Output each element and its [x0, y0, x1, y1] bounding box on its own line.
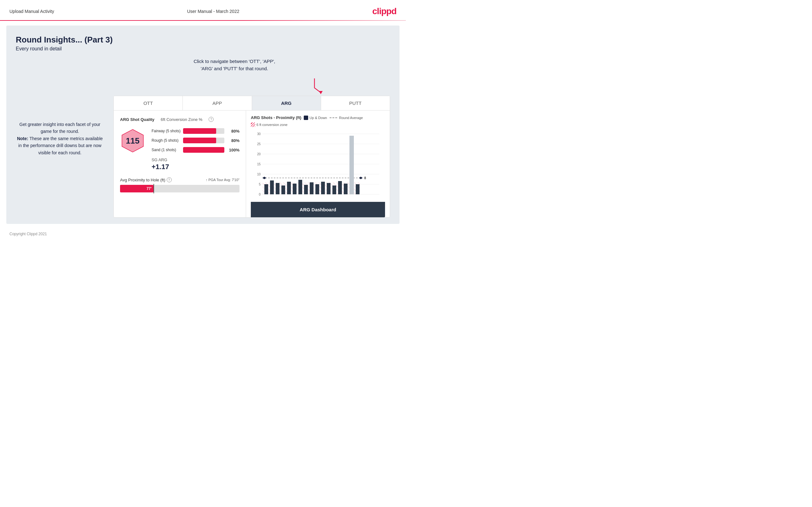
sand-bar [183, 147, 224, 153]
svg-rect-31 [315, 184, 319, 194]
proximity-header: Avg Proximity to Hole (ft) ? ↑ PGA Tour … [120, 177, 240, 182]
help-icon[interactable]: ? [209, 117, 214, 122]
proximity-section: Avg Proximity to Hole (ft) ? ↑ PGA Tour … [120, 177, 240, 192]
svg-text:30: 30 [257, 132, 261, 136]
legend-updown-label: Up & Down [309, 116, 327, 120]
svg-rect-27 [293, 184, 297, 194]
legend-dashed-line [329, 117, 337, 118]
logo: clippd [372, 6, 396, 16]
proximity-value: 77' [147, 186, 152, 191]
legend-conversion-label: 6 ft conversion zone [256, 123, 287, 127]
svg-rect-37 [349, 136, 354, 194]
sg-label: SG ARG [152, 158, 240, 162]
navigation-arrow [311, 75, 330, 94]
svg-rect-35 [338, 181, 342, 194]
chart-title: ARG Shots - Proximity (ft) [251, 115, 301, 120]
proximity-cursor [153, 184, 154, 193]
click-annotation: Click to navigate between 'OTT', 'APP','… [79, 58, 390, 72]
svg-text:0: 0 [259, 193, 261, 196]
svg-text:20: 20 [257, 153, 261, 156]
panel-body: ARG Shot Quality 6ft Conversion Zone % ?… [114, 111, 390, 217]
footer: Copyright Clippd 2021 [0, 229, 406, 239]
svg-marker-17 [262, 177, 266, 179]
arrow-container [16, 75, 330, 94]
main-content: Round Insights... (Part 3) Every round i… [6, 25, 400, 224]
proximity-bar-fill: 77' [120, 185, 153, 192]
note-label: Note: [17, 136, 29, 141]
legend-updown-box [304, 116, 308, 120]
svg-rect-23 [270, 180, 274, 194]
svg-rect-25 [282, 185, 285, 194]
sand-pct: 100% [227, 148, 240, 153]
insight-main-text: Get greater insight into each facet of y… [19, 122, 101, 134]
svg-rect-29 [304, 185, 308, 194]
shot-row-sand: Sand (1 shots) 100% [152, 147, 240, 153]
svg-rect-33 [327, 183, 331, 194]
svg-text:15: 15 [257, 163, 261, 166]
sg-section: SG ARG +1.17 [152, 158, 240, 171]
pga-label: ↑ PGA Tour Avg: 7'10" [206, 178, 240, 182]
tabs: OTT APP ARG PUTT [114, 96, 390, 111]
proximity-label: Avg Proximity to Hole (ft) ? [120, 177, 172, 182]
shot-row-rough: Rough (5 shots) 80% [152, 137, 240, 143]
legend-roundavg: Round Average [329, 116, 363, 120]
hex-and-bars: 115 Fairway (5 shots) 80% [120, 128, 240, 171]
fairway-label: Fairway (5 shots) [152, 129, 183, 133]
svg-rect-30 [310, 182, 313, 194]
sg-value: +1.17 [152, 163, 240, 171]
svg-text:10: 10 [257, 173, 261, 176]
panel-left: ARG Shot Quality 6ft Conversion Zone % ?… [114, 111, 246, 217]
proximity-help-icon[interactable]: ? [167, 177, 172, 182]
panel-right: ARG Shots - Proximity (ft) Up & Down Rou… [246, 111, 390, 217]
proximity-bar-container: 77' [120, 185, 240, 192]
chart-header: ARG Shots - Proximity (ft) Up & Down Rou… [251, 115, 385, 127]
svg-rect-34 [333, 185, 336, 194]
legend-conversion: 6 ft conversion zone [251, 122, 287, 127]
svg-rect-36 [344, 184, 348, 194]
fairway-bar-fill [183, 128, 216, 134]
copyright-text: Copyright Clippd 2021 [9, 232, 47, 236]
arg-dashboard-button[interactable]: ARG Dashboard [251, 202, 385, 217]
hex-badge: 115 [120, 128, 145, 153]
shot-rows: Fairway (5 shots) 80% Rough (5 shots) [152, 128, 240, 153]
svg-rect-26 [287, 182, 291, 194]
proximity-label-text: Avg Proximity to Hole (ft) [120, 178, 165, 182]
rough-bar-fill [183, 137, 216, 143]
svg-text:8: 8 [364, 176, 366, 180]
legend-conversion-box [251, 122, 255, 127]
fairway-bar [183, 128, 224, 134]
arg-chart: 30 25 20 15 10 5 0 [251, 129, 385, 199]
sand-bar-fill [183, 147, 224, 153]
hex-number: 115 [126, 136, 139, 146]
tab-putt[interactable]: PUTT [321, 96, 390, 110]
svg-rect-38 [356, 184, 359, 194]
svg-text:25: 25 [257, 142, 261, 146]
hexagon: 115 [120, 128, 145, 153]
tab-app[interactable]: APP [183, 96, 252, 110]
page-title: Round Insights... (Part 3) [16, 35, 390, 45]
svg-marker-0 [319, 91, 323, 94]
rough-pct: 80% [227, 138, 240, 143]
tab-ott[interactable]: OTT [114, 96, 183, 110]
svg-rect-28 [298, 180, 302, 194]
upload-manual-link[interactable]: Upload Manual Activity [9, 9, 54, 14]
document-title: User Manual - March 2022 [187, 9, 240, 14]
left-panel: Get greater insight into each facet of y… [16, 96, 104, 156]
svg-rect-24 [276, 183, 280, 194]
svg-marker-18 [359, 177, 363, 179]
legend-roundavg-label: Round Average [339, 116, 363, 120]
tab-arg[interactable]: ARG [252, 96, 321, 110]
sand-label: Sand (1 shots) [152, 148, 183, 152]
section-header: ARG Shot Quality 6ft Conversion Zone % ? [120, 117, 240, 122]
dashboard-panel: OTT APP ARG PUTT ARG Shot Quality 6ft Co… [113, 96, 390, 218]
rough-label: Rough (5 shots) [152, 138, 183, 143]
insight-annotation: Get greater insight into each facet of y… [16, 121, 104, 156]
note-text: These are the same metrics available in … [18, 136, 103, 155]
fairway-pct: 80% [227, 129, 240, 133]
top-bar: Upload Manual Activity User Manual - Mar… [0, 0, 406, 20]
page-subtitle: Every round in detail [16, 46, 390, 52]
chart-area: 30 25 20 15 10 5 0 [251, 129, 385, 199]
svg-rect-32 [321, 182, 325, 194]
shot-quality-label: ARG Shot Quality [120, 117, 154, 122]
svg-text:5: 5 [259, 183, 261, 186]
